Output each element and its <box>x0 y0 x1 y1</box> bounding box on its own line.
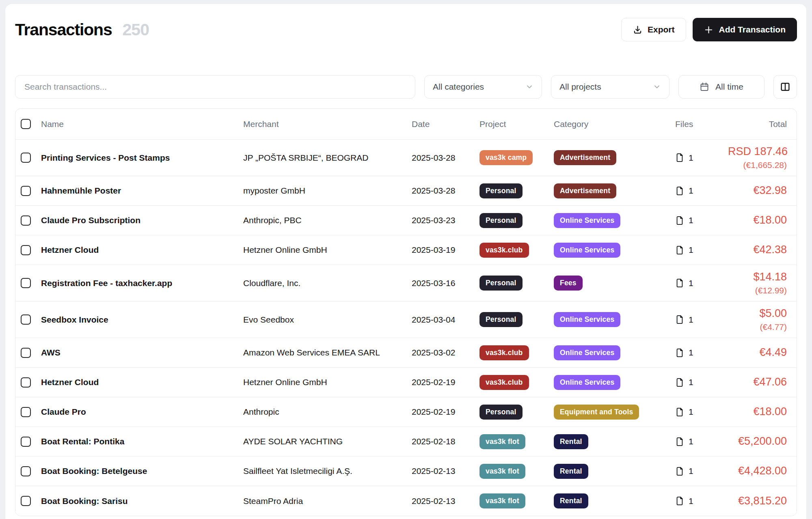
transaction-name: Claude Pro <box>41 407 243 417</box>
transaction-name: Hetzner Cloud <box>41 245 243 255</box>
transaction-name: Registration Fee - taxhacker.app <box>41 278 243 288</box>
column-header-name[interactable]: Name <box>41 119 243 129</box>
row-checkbox[interactable] <box>21 153 31 163</box>
total-converted-amount: (€4.77) <box>728 322 787 332</box>
column-header-files[interactable]: Files <box>675 119 728 129</box>
files-count: 1 <box>689 153 693 163</box>
table-row[interactable]: Boat Booking: SarisuSteamPro Adria2025-0… <box>15 486 797 516</box>
transaction-merchant: Sailfleet Yat Isletmeciligi A.Ş. <box>243 466 412 476</box>
row-checkbox[interactable] <box>21 496 31 506</box>
files-count: 1 <box>689 278 693 288</box>
row-checkbox[interactable] <box>21 245 31 255</box>
total-amount: $5.00 <box>728 307 787 321</box>
category-badge: Fees <box>554 276 583 291</box>
row-checkbox[interactable] <box>21 314 31 325</box>
table-row[interactable]: Claude Pro SubscriptionAnthropic, PBC202… <box>15 206 797 235</box>
transaction-date: 2025-03-04 <box>412 315 479 325</box>
table-row[interactable]: Hetzner CloudHetzner Online GmbH2025-02-… <box>15 368 797 397</box>
row-checkbox[interactable] <box>21 186 31 196</box>
transaction-date: 2025-03-02 <box>412 348 479 357</box>
column-header-category[interactable]: Category <box>554 119 675 129</box>
row-checkbox[interactable] <box>21 407 31 417</box>
table-row[interactable]: Hetzner CloudHetzner Online GmbH2025-03-… <box>15 235 797 265</box>
file-icon <box>675 314 684 325</box>
transaction-files: 1 <box>675 348 728 358</box>
table-row[interactable]: Seedbox InvoiceEvo Seedbox2025-03-04Pers… <box>15 301 797 338</box>
transaction-files: 1 <box>675 245 728 255</box>
transaction-date: 2025-02-18 <box>412 437 479 446</box>
categories-filter-value: All categories <box>433 82 484 92</box>
column-header-total[interactable]: Total <box>728 119 797 129</box>
add-transaction-button[interactable]: Add Transaction <box>693 18 797 41</box>
column-header-date[interactable]: Date <box>412 119 479 129</box>
transaction-name: Printing Services - Post Stamps <box>41 153 243 163</box>
file-icon <box>675 377 684 388</box>
total-amount: $14.18 <box>728 270 787 284</box>
select-all-checkbox[interactable] <box>21 119 31 129</box>
project-badge: Personal <box>479 276 523 291</box>
table-row[interactable]: Boat Rental: PontikaAYDE SOLAR YACHTING2… <box>15 427 797 457</box>
row-checkbox[interactable] <box>21 466 31 476</box>
table-row[interactable]: Registration Fee - taxhacker.appCloudfla… <box>15 265 797 301</box>
files-count: 1 <box>689 245 693 255</box>
chevron-down-icon <box>525 83 533 91</box>
transactions-count: 250 <box>123 20 149 39</box>
table-row[interactable]: AWSAmazon Web Services EMEA SARL2025-03-… <box>15 338 797 368</box>
file-icon <box>675 437 684 447</box>
toggle-columns-button[interactable] <box>773 75 797 99</box>
file-icon <box>675 407 684 417</box>
columns-layout-icon <box>780 81 791 93</box>
export-button-label: Export <box>648 25 675 34</box>
transaction-files: 1 <box>675 466 728 476</box>
table-row[interactable]: Hahnemühle Postermyposter GmbH2025-03-28… <box>15 176 797 206</box>
transaction-total: $14.18(€12.99) <box>728 270 797 296</box>
calendar-icon <box>700 82 709 92</box>
column-header-merchant[interactable]: Merchant <box>243 119 412 129</box>
transaction-merchant: AYDE SOLAR YACHTING <box>243 437 412 446</box>
transaction-files: 1 <box>675 437 728 447</box>
file-icon <box>675 186 684 196</box>
row-checkbox[interactable] <box>21 437 31 447</box>
date-range-filter-button[interactable]: All time <box>678 75 764 99</box>
project-badge: Personal <box>479 183 523 198</box>
search-input[interactable] <box>15 75 415 99</box>
transaction-files: 1 <box>675 153 728 163</box>
file-icon <box>675 466 684 476</box>
export-button[interactable]: Export <box>621 18 687 41</box>
transaction-name: Seedbox Invoice <box>41 315 243 325</box>
category-badge: Online Services <box>554 345 620 360</box>
row-checkbox[interactable] <box>21 215 31 226</box>
category-badge: Online Services <box>554 375 620 390</box>
row-checkbox[interactable] <box>21 278 31 288</box>
table-row[interactable]: Boat Booking: BetelgeuseSailfleet Yat Is… <box>15 457 797 486</box>
transaction-merchant: Hetzner Online GmbH <box>243 377 412 387</box>
projects-filter-select[interactable]: All projects <box>551 75 669 99</box>
transaction-name: Boat Booking: Betelgeuse <box>41 466 243 476</box>
table-row[interactable]: Claude ProAnthropic2025-02-19PersonalEqu… <box>15 397 797 427</box>
transaction-date: 2025-03-28 <box>412 186 479 196</box>
total-amount: €4,428.00 <box>728 464 787 478</box>
row-checkbox[interactable] <box>21 377 31 388</box>
chevron-down-icon <box>653 83 661 91</box>
row-checkbox[interactable] <box>21 348 31 358</box>
transaction-files: 1 <box>675 186 728 196</box>
files-count: 1 <box>689 466 693 476</box>
transaction-merchant: SteamPro Adria <box>243 496 412 506</box>
transaction-merchant: Evo Seedbox <box>243 315 412 325</box>
transaction-name: AWS <box>41 348 243 357</box>
category-badge: Advertisement <box>554 183 616 198</box>
transaction-date: 2025-03-28 <box>412 153 479 163</box>
file-icon <box>675 278 684 288</box>
transaction-merchant: Amazon Web Services EMEA SARL <box>243 348 412 357</box>
categories-filter-select[interactable]: All categories <box>424 75 542 99</box>
transaction-total: €47.06 <box>728 375 797 389</box>
transaction-merchant: Anthropic, PBC <box>243 215 412 225</box>
transaction-date: 2025-02-19 <box>412 377 479 387</box>
table-row[interactable]: Printing Services - Post StampsJP „POŠTA… <box>15 140 797 176</box>
total-amount: €5,200.00 <box>728 435 787 448</box>
files-count: 1 <box>689 186 693 196</box>
transaction-name: Claude Pro Subscription <box>41 215 243 225</box>
column-header-project[interactable]: Project <box>479 119 554 129</box>
transaction-total: €18.00 <box>728 213 797 227</box>
download-icon <box>633 25 642 34</box>
